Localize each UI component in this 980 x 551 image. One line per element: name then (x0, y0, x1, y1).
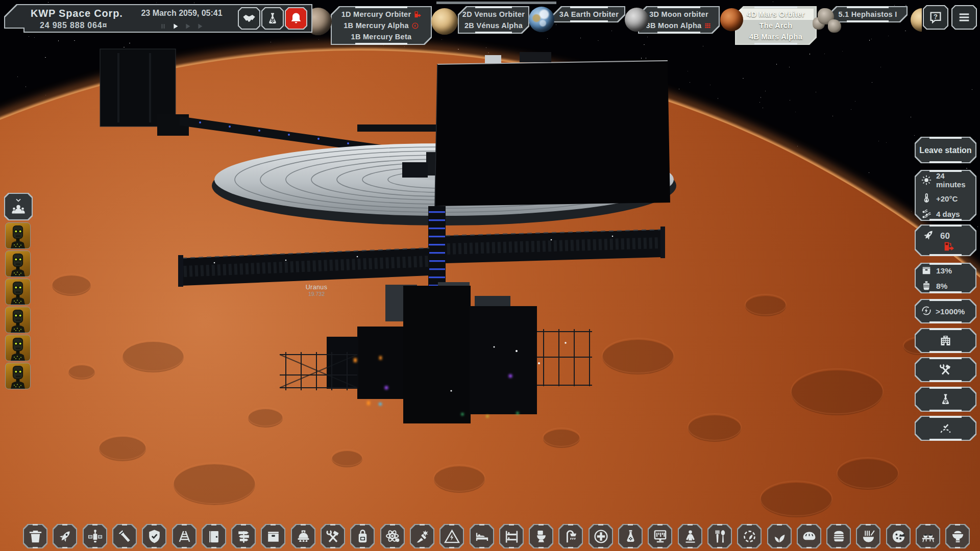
shower-icon (563, 529, 579, 544)
stations-button[interactable] (915, 328, 976, 353)
station-tab-row[interactable]: 4D Mars Orbiter (738, 9, 814, 20)
toolbar-construction-button[interactable] (291, 524, 315, 548)
station-tab-row[interactable]: 3B Moon Alpha (641, 20, 717, 31)
toolbar-doors-button[interactable] (202, 524, 226, 548)
crew-avatar[interactable] (5, 363, 31, 389)
robot-portrait (6, 223, 30, 248)
crew-avatar[interactable] (5, 222, 31, 249)
toolbar-equipment-button[interactable] (350, 524, 375, 548)
toolbar-signs-button[interactable] (231, 524, 256, 548)
toolbar-bakery-button[interactable] (797, 524, 821, 548)
rockets-panel[interactable]: 60 (915, 224, 976, 256)
toolbar-chemistry-button[interactable] (618, 524, 643, 548)
toolbar-rockets-button[interactable] (53, 524, 77, 548)
viewport-scene[interactable] (0, 0, 980, 551)
toolbar-computers-button[interactable] (648, 524, 672, 548)
menu-button[interactable] (951, 5, 977, 30)
crew-group-icon (11, 202, 26, 215)
toolbar-beds-button[interactable] (470, 524, 494, 548)
storage-alert-icon (704, 22, 712, 30)
toolbar-welding-button[interactable] (410, 524, 434, 548)
leave-station-button[interactable]: Leave station (915, 137, 976, 163)
toolbar-storage-button[interactable] (261, 524, 285, 548)
alert-bell-icon (289, 11, 303, 26)
toolbar-burgers-button[interactable] (826, 524, 851, 548)
rocket-icon (57, 529, 73, 544)
crew-avatar[interactable] (5, 251, 31, 277)
corp-funds: 24 985 888 064¤ (40, 21, 107, 30)
power-cycle-icon (921, 305, 932, 316)
power-panel[interactable]: >1000% (915, 299, 976, 323)
tracked-object-label[interactable]: Uranus 19.732 (295, 284, 338, 297)
robot-portrait (6, 251, 30, 277)
toolbar-food-processing-button[interactable] (737, 524, 762, 548)
environment-row: 24 minutes (921, 171, 975, 189)
rice-bowl-icon (950, 529, 966, 544)
toolbar-plants-button[interactable] (767, 524, 792, 548)
play-button[interactable] (172, 22, 179, 32)
crew-avatar[interactable] (5, 307, 31, 333)
speed-controls (133, 22, 230, 32)
asteroid-cluster-icon (828, 19, 841, 33)
gauge-check-icon (939, 421, 952, 435)
toolbar-bunk-beds-button[interactable] (499, 524, 524, 548)
shield-check-icon (146, 529, 162, 544)
storage-panel[interactable]: 13%8% (915, 263, 976, 293)
toolbar-wellbeing-button[interactable] (678, 524, 702, 548)
station-tab-row[interactable]: 2D Venus Orbiter (461, 9, 526, 20)
toolbar-sanitation-button[interactable] (529, 524, 553, 548)
station-tab-group: 2D Venus Orbiter2B Vénus Alpha (458, 6, 529, 34)
station-tab-row[interactable]: 1D Mercury Orbiter (334, 9, 429, 20)
station-tab-row[interactable]: The Arch (738, 20, 814, 31)
robot-portrait (6, 363, 30, 389)
welding-icon (414, 529, 430, 544)
toolbar-science-button[interactable] (380, 524, 405, 548)
toolbar-workshop-button[interactable] (321, 524, 345, 548)
signpost-icon (236, 529, 252, 544)
toolbar-flashlight-button[interactable] (112, 524, 137, 548)
diplomacy-button[interactable] (238, 7, 260, 30)
status-button[interactable] (915, 416, 976, 441)
toolbar-dining-button[interactable] (707, 524, 732, 548)
alerts-button[interactable] (285, 7, 307, 30)
station-tab-row[interactable]: 5.1 Hephaistos I (831, 9, 904, 20)
station-tab-label: 4B Mars Alpha (749, 33, 802, 41)
station-tab-row[interactable]: 4B Mars Alpha (738, 31, 814, 42)
station-tab-row[interactable]: 1B Mercury Beta (334, 31, 429, 42)
pizza-icon (891, 529, 906, 544)
storage-row: 8% (921, 280, 975, 291)
toolbar-rice-button[interactable] (945, 524, 970, 548)
pause-button[interactable] (159, 22, 167, 32)
toolbar-security-button[interactable] (142, 524, 166, 548)
production-button[interactable] (915, 357, 976, 382)
station-tab-row[interactable]: 3A Earth Orbiter (556, 9, 622, 20)
rocket-icon (922, 229, 935, 242)
building-icon (939, 334, 952, 347)
research-button[interactable] (261, 7, 284, 30)
toolbar-demolish-button[interactable] (23, 524, 47, 548)
research-panel-button[interactable] (915, 387, 976, 412)
toolbar-noodles-button[interactable] (856, 524, 880, 548)
environment-panel[interactable]: 24 minutes+20°C4 days (915, 170, 976, 221)
crew-group-button[interactable] (4, 193, 33, 220)
station-tab-row[interactable]: 2B Vénus Alpha (461, 20, 526, 31)
station-tab-row[interactable]: 1B Mercury Alpha (334, 20, 429, 31)
toolbar-medical-button[interactable] (589, 524, 613, 548)
trash-icon (28, 529, 43, 544)
fast-forward-button[interactable] (196, 22, 204, 32)
station-tab-group: 3A Earth Orbiter (553, 6, 625, 22)
sushi-icon (920, 529, 936, 544)
crew-avatar[interactable] (5, 279, 31, 305)
environment-value: 24 minutes (936, 171, 973, 189)
toolbar-electrical-button[interactable] (439, 524, 464, 548)
toolbar-sushi-button[interactable] (916, 524, 940, 548)
toolbar-pizza-button[interactable] (886, 524, 911, 548)
crew-avatar[interactable] (5, 335, 31, 361)
toolbar-roads-button[interactable] (172, 524, 197, 548)
toolbar-satellites-button[interactable] (83, 524, 107, 548)
station-tab-row[interactable]: 3D Moon orbiter (641, 9, 717, 20)
fast-forward-button[interactable] (184, 22, 191, 32)
help-button[interactable]: ? (923, 5, 948, 30)
object-name: Uranus (295, 284, 338, 291)
toolbar-showers-button[interactable] (558, 524, 583, 548)
